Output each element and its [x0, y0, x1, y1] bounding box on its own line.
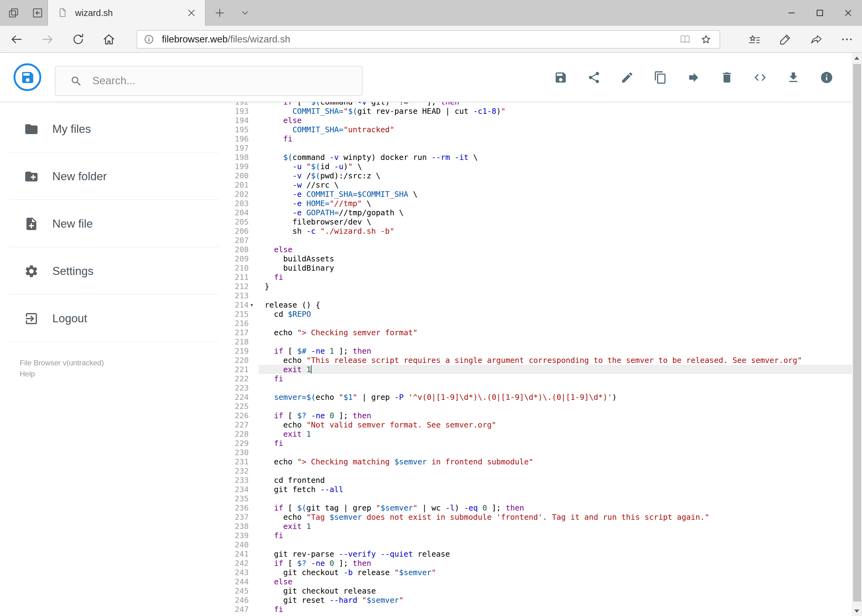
- code-line-205[interactable]: 205 filebrowser/dev \: [228, 217, 852, 226]
- download-button[interactable]: [786, 71, 800, 84]
- code-line-193[interactable]: 193 COMMIT_SHA="$(git rev-parse HEAD | c…: [228, 106, 852, 115]
- code-line-203[interactable]: 203 -e HOME="//tmp" \: [228, 198, 852, 207]
- code-line-197[interactable]: 197: [228, 143, 852, 152]
- code-line-224[interactable]: 224 semver=$(echo "$1" | grep -P '^v(0|[…: [228, 392, 852, 401]
- move-button[interactable]: [687, 71, 700, 84]
- code-line-243[interactable]: 243 git checkout -b release "$semver": [228, 567, 852, 577]
- code-line-210[interactable]: 210 buildBinary: [228, 263, 852, 272]
- code-line-216[interactable]: 216: [228, 318, 852, 327]
- code-line-229[interactable]: 229 fi: [228, 438, 852, 448]
- code-line-222[interactable]: 222 fi: [228, 374, 852, 383]
- code-line-247[interactable]: 247 fi: [228, 604, 852, 614]
- favorite-star-icon[interactable]: [700, 33, 712, 46]
- code-line-235[interactable]: 235: [228, 493, 852, 503]
- edit-button[interactable]: [620, 71, 633, 84]
- home-button[interactable]: [102, 33, 116, 46]
- fold-arrow-icon[interactable]: ▾: [250, 300, 254, 308]
- help-link[interactable]: Help: [20, 368, 104, 380]
- code-editor[interactable]: 192 if [ "$(command -v git)" != "" ]; th…: [228, 102, 852, 616]
- code-line-234[interactable]: 234 git fetch --all: [228, 484, 852, 493]
- window-close-button[interactable]: [834, 0, 862, 26]
- back-button[interactable]: [10, 33, 24, 46]
- code-line-220[interactable]: 220 echo "This release script requires a…: [228, 355, 852, 365]
- scroll-down-arrow[interactable]: [852, 606, 862, 616]
- browser-tab-active[interactable]: wizard.sh: [47, 0, 206, 26]
- scrollbar-thumb[interactable]: [853, 64, 861, 601]
- code-line-207[interactable]: 207: [228, 235, 852, 245]
- code-line-217[interactable]: 217 echo "> Checking semver format": [228, 327, 852, 337]
- code-line-209[interactable]: 209 buildAssets: [228, 254, 852, 263]
- code-line-206[interactable]: 206 sh -c "./wizard.sh -b": [228, 226, 852, 235]
- code-line-245[interactable]: 245 git checkout release: [228, 586, 852, 595]
- code-line-204[interactable]: 204 -e GOPATH=//tmp/gopath \: [228, 207, 852, 217]
- code-line-196[interactable]: 196 fi: [228, 134, 852, 143]
- new-tab-button[interactable]: [214, 7, 225, 19]
- code-line-242[interactable]: 242 if [ $? -ne 0 ]; then: [228, 558, 852, 567]
- code-line-232[interactable]: 232: [228, 466, 852, 475]
- code-line-240[interactable]: 240: [228, 540, 852, 549]
- code-line-212[interactable]: 212}: [228, 281, 852, 291]
- sidebar-item-settings[interactable]: Settings: [0, 247, 228, 295]
- code-line-233[interactable]: 233 cd frontend: [228, 475, 852, 484]
- share-button[interactable]: [587, 71, 600, 84]
- code-line-244[interactable]: 244 else: [228, 577, 852, 586]
- code-line-236[interactable]: 236 if [ $(git tag | grep "$semver" | wc…: [228, 503, 852, 512]
- vertical-scrollbar[interactable]: [852, 53, 862, 616]
- code-line-198[interactable]: 198 $(command -v winpty) docker run --rm…: [228, 152, 852, 162]
- tab-preview-icon[interactable]: [7, 7, 20, 19]
- code-line-201[interactable]: 201 -w //src \: [228, 180, 852, 189]
- sidebar-item-new-file[interactable]: New file: [0, 200, 228, 247]
- address-bar[interactable]: filebrowser.web/files/wizard.sh: [137, 30, 720, 49]
- info-button[interactable]: [819, 71, 833, 84]
- forward-button[interactable]: [41, 33, 54, 46]
- more-menu-icon[interactable]: [840, 33, 853, 46]
- code-line-195[interactable]: 195 COMMIT_SHA="untracked": [228, 124, 852, 134]
- set-tabs-aside-icon[interactable]: [32, 7, 44, 19]
- code-line-227[interactable]: 227 echo "Not valid semver format. See s…: [228, 420, 852, 429]
- refresh-button[interactable]: [71, 33, 85, 46]
- code-line-241[interactable]: 241 git rev-parse --verify --quiet relea…: [228, 549, 852, 558]
- share-page-icon[interactable]: [809, 33, 823, 46]
- code-line-214[interactable]: 214▾release () {: [228, 300, 852, 309]
- code-line-202[interactable]: 202 -e COMMIT_SHA=$COMMIT_SHA \: [228, 189, 852, 198]
- web-notes-pen-icon[interactable]: [778, 33, 792, 46]
- sidebar-item-my-files[interactable]: My files: [0, 105, 228, 152]
- code-line-200[interactable]: 200 -v /$(pwd):/src:z \: [228, 171, 852, 180]
- code-line-226[interactable]: 226 if [ $? -ne 0 ]; then: [228, 410, 852, 420]
- tab-list-chevron-icon[interactable]: [240, 8, 250, 18]
- code-line-211[interactable]: 211 fi: [228, 272, 852, 281]
- code-line-194[interactable]: 194 else: [228, 115, 852, 124]
- window-maximize-button[interactable]: [805, 0, 834, 26]
- code-line-215[interactable]: 215 cd $REPO: [228, 309, 852, 318]
- code-line-218[interactable]: 218: [228, 337, 852, 346]
- delete-button[interactable]: [720, 71, 733, 84]
- sidebar-item-new-folder[interactable]: New folder: [0, 152, 228, 200]
- site-info-icon[interactable]: [143, 34, 154, 45]
- code-line-239[interactable]: 239 fi: [228, 531, 852, 540]
- sidebar-item-logout[interactable]: Logout: [0, 295, 228, 342]
- code-line-238[interactable]: 238 exit 1: [228, 521, 852, 531]
- code-line-192[interactable]: 192 if [ "$(command -v git)" != "" ]; th…: [228, 102, 852, 106]
- window-minimize-button[interactable]: [777, 0, 805, 26]
- favorites-hub-icon[interactable]: [747, 33, 761, 46]
- code-line-219[interactable]: 219 if [ $# -ne 1 ]; then: [228, 346, 852, 355]
- code-line-213[interactable]: 213: [228, 291, 852, 300]
- tab-close-icon[interactable]: [186, 8, 196, 18]
- code-line-230[interactable]: 230: [228, 448, 852, 457]
- code-line-223[interactable]: 223: [228, 383, 852, 392]
- code-line-208[interactable]: 208 else: [228, 245, 852, 254]
- search-input[interactable]: [91, 74, 340, 88]
- code-line-228[interactable]: 228 exit 1: [228, 429, 852, 438]
- code-line-231[interactable]: 231 echo "> Checking matching $semver in…: [228, 457, 852, 466]
- code-line-237[interactable]: 237 echo "Tag $semver does not exist in …: [228, 512, 852, 521]
- code-line-225[interactable]: 225: [228, 401, 852, 410]
- search-box[interactable]: [55, 66, 362, 96]
- copy-button[interactable]: [653, 71, 667, 84]
- code-line-199[interactable]: 199 -u "$(id -u)" \: [228, 162, 852, 171]
- code-line-221[interactable]: 221 exit 1: [228, 365, 852, 374]
- code-button[interactable]: [753, 71, 767, 84]
- scroll-up-arrow[interactable]: [852, 53, 862, 63]
- reading-view-icon[interactable]: [679, 33, 691, 46]
- save-button[interactable]: [554, 71, 567, 84]
- code-line-246[interactable]: 246 git reset --hard "$semver": [228, 595, 852, 604]
